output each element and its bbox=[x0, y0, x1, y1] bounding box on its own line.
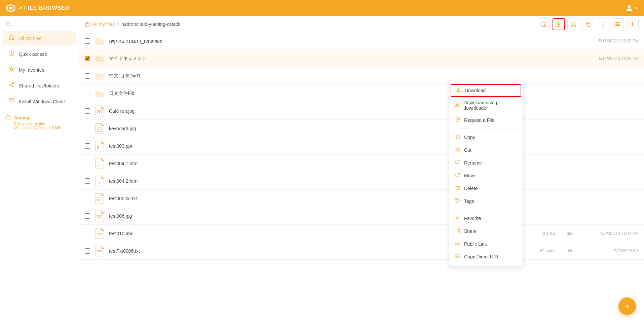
favorite-icon bbox=[455, 215, 461, 222]
delete-button[interactable] bbox=[538, 18, 550, 30]
table-row[interactable]: keyboard.jpg bbox=[79, 120, 644, 137]
sidebar-item-install-windows[interactable]: Install Windows Client bbox=[3, 94, 76, 109]
row-checkbox[interactable] bbox=[85, 231, 90, 236]
svg-text:</>: </> bbox=[97, 181, 101, 184]
download-icon bbox=[455, 87, 461, 94]
cut-button[interactable] bbox=[567, 18, 579, 30]
table-row[interactable]: P test003.ppt bbox=[79, 137, 644, 155]
user-menu[interactable] bbox=[625, 4, 639, 12]
context-menu-item-favorite[interactable]: Favorite bbox=[449, 212, 523, 225]
table-row[interactable]: test006.jpg bbox=[79, 207, 644, 225]
row-checkbox[interactable] bbox=[85, 38, 90, 44]
row-checkbox[interactable] bbox=[85, 126, 90, 131]
context-menu-item-copy-direct-url[interactable]: Copy Direct URL bbox=[449, 250, 523, 263]
search-icon[interactable] bbox=[5, 22, 11, 28]
info-button[interactable]: ℹ bbox=[627, 18, 639, 30]
row-checkbox[interactable] bbox=[85, 108, 90, 114]
table-row[interactable]: Café ren.jpg bbox=[79, 102, 644, 120]
sidebar-item-quick-access[interactable]: Quick access bbox=[3, 47, 76, 61]
file-meta: 5/16/2022 3:29:28 PM bbox=[528, 39, 639, 43]
context-menu-item-delete[interactable]: Delete bbox=[449, 182, 523, 195]
row-checkbox[interactable] bbox=[85, 91, 90, 96]
context-menu-label: Public Link bbox=[464, 241, 487, 247]
more-button[interactable]: ⋮ bbox=[597, 18, 609, 30]
table-row[interactable]: 日文文件Fld bbox=[79, 85, 644, 102]
table-row[interactable]: test010.abc 101 KB abc 7/20/2020 3:21:44… bbox=[79, 225, 644, 242]
share-icon bbox=[8, 82, 15, 89]
fab-plus-icon: + bbox=[624, 301, 630, 312]
image-file-icon bbox=[94, 105, 105, 117]
context-menu-item-rename[interactable]: Rename bbox=[449, 156, 523, 169]
share-icon bbox=[455, 228, 461, 235]
context-menu-label: Copy bbox=[464, 135, 475, 140]
code-file-icon: </> bbox=[94, 157, 105, 170]
context-menu-item-move[interactable]: Move bbox=[449, 169, 523, 182]
file-meta: 5/16/2022 3:29:28 PM bbox=[528, 56, 639, 61]
svg-rect-15 bbox=[10, 99, 11, 100]
sidebar: All my files Quick access My favorites bbox=[0, 16, 79, 323]
download-button[interactable] bbox=[553, 18, 565, 30]
context-menu-item-download-downloader[interactable]: Download using downloader bbox=[449, 97, 523, 114]
context-menu-item-share[interactable]: Share bbox=[449, 225, 523, 238]
app-logo bbox=[5, 3, 16, 13]
breadcrumb-root[interactable]: All my files bbox=[92, 22, 115, 27]
fab-add-button[interactable]: + bbox=[618, 297, 636, 315]
copy-button[interactable] bbox=[582, 18, 594, 30]
file-date: 5/16/2022 3:29:28 PM bbox=[585, 39, 639, 43]
row-checkbox[interactable] bbox=[85, 161, 90, 166]
svg-point-76 bbox=[458, 228, 460, 230]
svg-point-9 bbox=[9, 84, 10, 85]
header-left: > FILE BROWSER bbox=[5, 3, 69, 13]
text-file-icon bbox=[94, 192, 105, 205]
file-type: txt bbox=[563, 249, 577, 253]
sidebar-item-my-favorites[interactable]: My favorites bbox=[3, 63, 76, 77]
file-date: 7/20/2020 6:0 bbox=[585, 249, 639, 253]
context-menu-item-cut[interactable]: Cut bbox=[449, 144, 523, 156]
sidebar-item-label: All my files bbox=[19, 36, 41, 41]
sidebar-item-label: My favorites bbox=[19, 67, 44, 73]
copy-icon bbox=[455, 134, 461, 141]
context-menu-label: Delete bbox=[464, 186, 478, 191]
list-view-button[interactable] bbox=[612, 18, 624, 30]
context-menu-item-copy[interactable]: Copy bbox=[449, 131, 523, 144]
row-checkbox[interactable] bbox=[85, 143, 90, 149]
table-row[interactable]: testTxt0006.txt 62 bytes txt 7/20/2020 6… bbox=[79, 242, 644, 260]
table-row[interactable]: </> test004.2.html bbox=[79, 172, 644, 190]
storage-info: Storage 0 Byte of Unlimited (24 folders,… bbox=[5, 115, 74, 130]
context-menu-label: Tags bbox=[464, 199, 474, 204]
context-menu-item-tags[interactable]: Tags bbox=[449, 195, 523, 208]
context-menu-item-public-link[interactable]: Public Link bbox=[449, 238, 523, 250]
folder-icon bbox=[94, 70, 105, 82]
row-checkbox[interactable] bbox=[85, 56, 90, 61]
monitor-icon bbox=[8, 98, 15, 105]
sidebar-item-label: Quick access bbox=[19, 51, 47, 57]
sidebar-search-bar[interactable] bbox=[0, 19, 79, 30]
row-checkbox[interactable] bbox=[85, 248, 90, 254]
toolbar: All my files > hadroncloud-yuening-cstac… bbox=[79, 16, 644, 32]
file-list: התמונה בתיקייה_renamed 5/16/2022 3:29:28… bbox=[79, 32, 644, 323]
image-file-icon bbox=[94, 122, 105, 135]
row-checkbox[interactable] bbox=[85, 178, 90, 184]
svg-point-4 bbox=[6, 23, 10, 26]
row-checkbox[interactable] bbox=[85, 196, 90, 201]
toolbar-actions: ⋮ ℹ bbox=[538, 18, 639, 30]
row-checkbox[interactable] bbox=[85, 73, 90, 79]
logo-icon bbox=[6, 3, 16, 13]
sidebar-item-shared-files[interactable]: Shared files/folders bbox=[3, 78, 76, 93]
table-row[interactable]: התמונה בתיקייה_renamed 5/16/2022 3:29:28… bbox=[79, 32, 644, 50]
table-row[interactable]: test005.txt.txt bbox=[79, 190, 644, 207]
row-checkbox[interactable] bbox=[85, 213, 90, 219]
sidebar-item-all-my-files[interactable]: All my files bbox=[3, 31, 76, 45]
svg-rect-35 bbox=[615, 24, 620, 25]
table-row[interactable]: マイドキュメント 5/16/2022 3:29:28 PM bbox=[79, 50, 644, 67]
file-date: 5/16/2022 3:29:28 PM bbox=[585, 56, 639, 61]
table-row[interactable]: 中文-目录Dir01 bbox=[79, 67, 644, 85]
svg-line-62 bbox=[458, 149, 459, 150]
context-menu-label: Move bbox=[464, 173, 476, 178]
table-row[interactable]: </> test004.1.htm bbox=[79, 155, 644, 172]
context-menu-item-request-file[interactable]: Request a File bbox=[449, 114, 523, 127]
image-file-icon bbox=[94, 210, 105, 222]
context-menu-item-download[interactable]: Download bbox=[451, 84, 521, 97]
header: > FILE BROWSER bbox=[0, 0, 644, 16]
svg-point-3 bbox=[628, 5, 631, 8]
